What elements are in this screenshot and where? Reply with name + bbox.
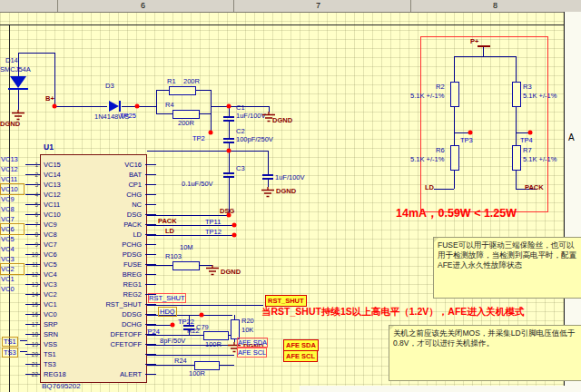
component-ref[interactable]: R4 <box>165 101 174 109</box>
note-shutdown[interactable]: 关机之前应该先关闭MOS，并采集LD引脚电压值低于0.8V，才可以进行关机操作。 <box>389 325 581 381</box>
wire-segment[interactable] <box>156 90 157 114</box>
diode-symbol[interactable] <box>109 101 119 112</box>
ic-pin-number[interactable]: 22 <box>27 369 38 379</box>
capacitor-plate[interactable] <box>262 178 273 180</box>
component-value[interactable]: 200R <box>178 119 194 127</box>
net-label-afe-scl[interactable]: AFE SCL <box>238 348 266 357</box>
net-label[interactable]: VC12 <box>1 164 24 174</box>
net-label[interactable]: VC6 <box>1 224 24 234</box>
net-label[interactable]: VC1 <box>1 274 24 284</box>
ic-pin-name[interactable]: NC <box>67 200 142 210</box>
component-value[interactable]: 10M <box>180 243 193 251</box>
net-label[interactable]: VC0 <box>1 284 24 294</box>
net-label-dsg[interactable]: DSG <box>220 207 234 215</box>
resistor-body[interactable] <box>450 145 459 171</box>
component-ref[interactable]: R3 <box>523 83 532 91</box>
testpoint-dot[interactable] <box>232 233 237 238</box>
testpoint-label[interactable]: TP3 <box>460 136 473 144</box>
ic-pin-name[interactable]: PCHG <box>67 240 142 250</box>
diode-cathode-bar[interactable] <box>8 88 28 90</box>
ic-pin-name[interactable]: FUSE <box>67 260 142 270</box>
net-label[interactable]: VC13 <box>1 154 24 164</box>
component-ref[interactable]: R24 <box>174 357 187 365</box>
testpoint-dot[interactable] <box>528 131 533 135</box>
net-label[interactable]: VC9 <box>1 194 24 204</box>
wire-segment[interactable] <box>198 113 211 114</box>
net-label[interactable]: VC11 <box>1 174 24 184</box>
resistor-body[interactable] <box>172 110 200 119</box>
power-port-dgnd[interactable]: DGND <box>221 268 241 276</box>
ic-pin-number[interactable]: 16 <box>27 309 38 319</box>
diode-cathode-bar[interactable] <box>119 101 121 112</box>
net-label-ts3[interactable]: TS3 <box>2 348 18 358</box>
ic-pin-name[interactable]: REG1 <box>67 279 142 289</box>
component-value[interactable]: SMCJ54A <box>0 65 31 74</box>
component-ref[interactable]: R7 <box>523 146 532 154</box>
ic-pin-name[interactable]: RST_SHUT <box>67 299 142 309</box>
testpoint-dot[interactable] <box>468 131 473 135</box>
highlighted-net-afe-scl[interactable]: AFE SCL <box>283 350 318 362</box>
capacitor-plate[interactable] <box>223 142 234 143</box>
net-label[interactable]: VC5 <box>1 234 24 244</box>
tvs-diode-symbol[interactable] <box>10 76 26 88</box>
component-ref[interactable]: R1 <box>167 77 176 85</box>
resistor-body[interactable] <box>450 82 459 107</box>
ic-pin-number[interactable]: 18 <box>27 329 38 339</box>
ic-pin-name[interactable]: PDSG <box>67 250 142 260</box>
net-label[interactable]: VC10 <box>1 184 24 194</box>
component-value[interactable]: 5.1K +/-1% <box>410 155 444 163</box>
wire-segment[interactable] <box>229 151 230 172</box>
ic-pin-number[interactable]: 13 <box>27 279 38 289</box>
ic-pin-number[interactable]: 11 <box>27 260 38 270</box>
testpoint-label[interactable]: TP4 <box>520 136 533 144</box>
resistor-body[interactable] <box>203 331 229 340</box>
component-value[interactable]: 100R <box>189 369 205 377</box>
component-value[interactable]: 200R <box>183 77 200 85</box>
component-ref[interactable]: D14 <box>5 56 18 64</box>
wire-segment[interactable] <box>156 90 169 91</box>
ic-pin-number[interactable]: 20 <box>27 349 38 359</box>
capacitor-plate[interactable] <box>262 174 273 176</box>
ic-pin-name[interactable]: CHG <box>67 190 142 200</box>
component-value[interactable]: 100pF/250V <box>236 135 273 143</box>
ic-pin-name[interactable]: BAT <box>67 170 142 180</box>
net-label-pack[interactable]: PACK <box>158 217 177 225</box>
ground-symbol[interactable] <box>205 265 220 276</box>
net-label-hdq[interactable]: HDQ <box>158 307 177 317</box>
net-label[interactable]: VC2 <box>1 264 24 274</box>
ic-pin-number[interactable]: 4 <box>27 190 38 200</box>
power-port-dgnd[interactable]: DGND <box>0 120 20 128</box>
capacitor-plate[interactable] <box>223 172 234 174</box>
net-label[interactable]: VC7 <box>1 214 24 224</box>
component-ref[interactable]: C1 <box>236 103 245 112</box>
wire-segment[interactable] <box>145 355 234 356</box>
wire-segment[interactable] <box>54 106 107 107</box>
ic-pin-number[interactable]: 10 <box>27 250 38 260</box>
testpoint-label[interactable]: TP25 <box>120 112 136 120</box>
component-value[interactable]: 1uF/100V <box>275 173 305 181</box>
component-ref[interactable]: R2 <box>436 83 445 91</box>
wire-segment[interactable] <box>147 151 268 152</box>
ic-pin-name[interactable]: DSG <box>67 210 142 220</box>
resistor-body[interactable] <box>231 319 240 339</box>
wire-segment[interactable] <box>54 53 55 106</box>
component-ref[interactable]: R20 <box>241 317 254 325</box>
component-ref[interactable]: C3 <box>236 164 245 172</box>
note-fuse[interactable]: FUSE可以用于驱动三端保险丝，也可以用于检测故障，当检测到高电平时，配置AFE… <box>433 237 581 299</box>
ground-symbol[interactable] <box>261 187 275 198</box>
power-port-dgnd[interactable]: DGND <box>272 116 292 124</box>
component-ref[interactable]: R6 <box>436 146 445 154</box>
ic-pin-name[interactable]: DFETOFF <box>67 329 142 339</box>
ic-pin-name[interactable]: PACK <box>67 220 142 230</box>
ruler-horizontal[interactable]: 6 7 8 <box>0 0 581 13</box>
net-label-ts1[interactable]: TS1 <box>2 337 18 347</box>
component-value[interactable]: 5.1K +/-1% <box>523 155 556 163</box>
ic-pin-number[interactable]: 1 <box>27 160 38 170</box>
capacitor-plate[interactable] <box>223 176 234 178</box>
ic-pin-number[interactable]: 17 <box>27 319 38 329</box>
ic-pin-number[interactable]: 14 <box>27 289 38 299</box>
resistor-body[interactable] <box>169 86 196 95</box>
component-value[interactable]: 8pF/50V <box>160 337 185 345</box>
ic-pin-number[interactable]: 21 <box>27 359 38 369</box>
ic-pin-number[interactable]: 3 <box>27 180 38 190</box>
